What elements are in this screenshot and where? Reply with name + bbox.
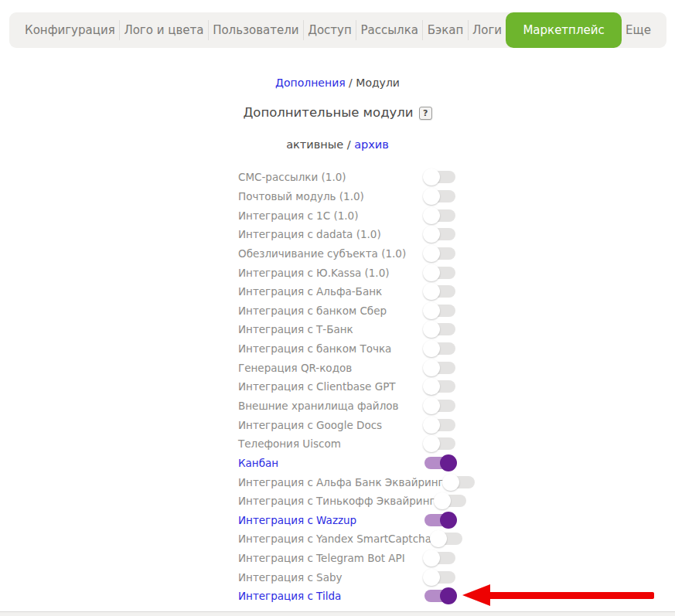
- toggle-knob: [423, 226, 440, 243]
- module-toggle[interactable]: [435, 495, 466, 507]
- tab-separator: [422, 20, 423, 40]
- module-row: Интеграция с Альфа-Банк: [238, 282, 455, 301]
- module-toggle[interactable]: [424, 552, 455, 564]
- module-toggle[interactable]: [444, 476, 475, 488]
- tab-separator: [208, 20, 209, 40]
- module-toggle[interactable]: [424, 514, 455, 526]
- toggle-knob: [440, 454, 457, 471]
- module-toggle[interactable]: [431, 533, 462, 545]
- tab-backup[interactable]: Бэкап: [424, 23, 467, 37]
- module-row: Интеграция с Т-Банк: [238, 320, 455, 339]
- module-toggle[interactable]: [424, 171, 455, 183]
- toggle-knob: [423, 397, 440, 414]
- toggle-knob: [423, 245, 440, 262]
- module-row: Интеграция с Yandex SmartCaptcha: [238, 529, 455, 549]
- module-toggle[interactable]: [424, 190, 455, 202]
- tab-separator: [356, 20, 356, 40]
- module-row: Канбан: [238, 454, 455, 473]
- tab-configuration[interactable]: Конфигурация: [22, 23, 118, 37]
- module-label: Интеграция с Telegram Bot API: [238, 552, 405, 564]
- tab-separator: [303, 20, 304, 40]
- filter-active-label: активные: [286, 138, 343, 151]
- breadcrumb-link-additions[interactable]: Дополнения: [275, 77, 346, 89]
- toggle-knob: [434, 492, 451, 509]
- module-toggle[interactable]: [424, 400, 455, 412]
- tab-separator: [119, 20, 120, 40]
- module-row: СМС-рассылки (1.0): [238, 168, 455, 187]
- tab-access[interactable]: Доступ: [305, 23, 355, 37]
- module-row: Интеграция с Google Docs: [238, 415, 455, 434]
- module-row: Интеграция с банком Сбер: [238, 301, 455, 320]
- tab-marketplace[interactable]: Маркетплейс: [506, 12, 621, 48]
- module-toggle[interactable]: [424, 419, 455, 431]
- help-icon[interactable]: ?: [419, 107, 432, 120]
- toggle-knob: [423, 207, 440, 224]
- tab-logo-colors[interactable]: Лого и цвета: [121, 23, 206, 37]
- tab-logs[interactable]: Логи: [469, 23, 505, 37]
- module-label[interactable]: Канбан: [238, 457, 278, 469]
- module-list: СМС-рассылки (1.0) Почтовый модуль (1.0)…: [238, 168, 455, 606]
- module-toggle[interactable]: [424, 380, 455, 393]
- tab-users[interactable]: Пользователи: [210, 23, 302, 37]
- module-toggle[interactable]: [424, 362, 455, 374]
- tab-separator: [468, 20, 469, 40]
- toggle-knob: [423, 302, 440, 319]
- module-toggle[interactable]: [424, 285, 455, 298]
- module-row: Интеграция с 1С (1.0): [238, 206, 455, 225]
- filter-separator: /: [343, 138, 354, 151]
- module-toggle[interactable]: [424, 323, 455, 335]
- page-title: Дополнительные модули?: [0, 105, 675, 120]
- module-toggle[interactable]: [424, 437, 455, 450]
- module-toggle[interactable]: [424, 590, 455, 602]
- toggle-knob: [423, 569, 440, 586]
- module-row: Интеграция с банком Точка: [238, 339, 455, 359]
- module-label: Интеграция с Ю.Kassa (1.0): [238, 267, 390, 279]
- page-title-text: Дополнительные модули: [243, 105, 413, 120]
- module-row: Интеграция с dadata (1.0): [238, 225, 455, 244]
- module-label: Интеграция с Альфа Банк Эквайринг: [238, 476, 444, 488]
- module-label: Интеграция с 1С (1.0): [238, 209, 358, 222]
- toggle-knob: [423, 340, 440, 357]
- tab-more[interactable]: Еще: [622, 23, 654, 37]
- module-toggle[interactable]: [424, 247, 455, 260]
- toggle-knob: [423, 417, 440, 434]
- module-row: Почтовый модуль (1.0): [238, 187, 455, 206]
- module-label: Телефония Uiscom: [238, 437, 341, 450]
- module-row: Интеграция с Tilda: [238, 587, 455, 606]
- module-row: Интеграция с Wazzup: [238, 511, 455, 530]
- module-toggle[interactable]: [424, 209, 455, 222]
- module-toggle[interactable]: [424, 571, 455, 584]
- module-label[interactable]: Интеграция с Wazzup: [238, 514, 356, 526]
- filter-archive-link[interactable]: архив: [354, 138, 389, 151]
- module-toggle[interactable]: [424, 228, 455, 240]
- breadcrumb-current: Модули: [356, 77, 400, 89]
- annotation-arrow-shaft: [489, 592, 654, 599]
- toggle-knob: [423, 168, 440, 185]
- breadcrumb-separator: /: [346, 77, 356, 89]
- module-label: Интеграция с Т-Банк: [238, 323, 353, 335]
- module-toggle[interactable]: [424, 305, 455, 317]
- module-row: Интеграция с Telegram Bot API: [238, 549, 455, 568]
- module-row: Телефония Uiscom: [238, 434, 455, 454]
- module-label[interactable]: Интеграция с Tilda: [238, 590, 341, 602]
- module-row: Интеграция с Ю.Kassa (1.0): [238, 263, 455, 282]
- module-toggle[interactable]: [424, 342, 455, 355]
- breadcrumb: Дополнения / Модули: [0, 77, 675, 89]
- toggle-knob: [423, 378, 440, 395]
- module-row: Обезличивание субъекта (1.0): [238, 244, 455, 264]
- toggle-knob: [442, 474, 459, 491]
- module-label: Интеграция с Тинькофф Эквайринг: [238, 495, 435, 507]
- toggle-knob: [423, 359, 440, 376]
- tab-mailing[interactable]: Рассылка: [358, 23, 421, 37]
- module-toggle[interactable]: [424, 267, 455, 279]
- module-row: Интеграция с Clientbase GPT: [238, 377, 455, 396]
- module-toggle[interactable]: [424, 457, 455, 469]
- module-label: Интеграция с Yandex SmartCaptcha: [238, 533, 431, 545]
- module-label: Обезличивание субъекта (1.0): [238, 247, 406, 260]
- module-row: Интеграция с Saby: [238, 567, 455, 587]
- module-label: Интеграция с dadata (1.0): [238, 228, 381, 240]
- module-label: Почтовый модуль (1.0): [238, 190, 364, 202]
- module-label: Интеграция с Альфа-Банк: [238, 285, 382, 298]
- toggle-knob: [440, 587, 457, 604]
- module-label: Интеграция с Google Docs: [238, 419, 382, 431]
